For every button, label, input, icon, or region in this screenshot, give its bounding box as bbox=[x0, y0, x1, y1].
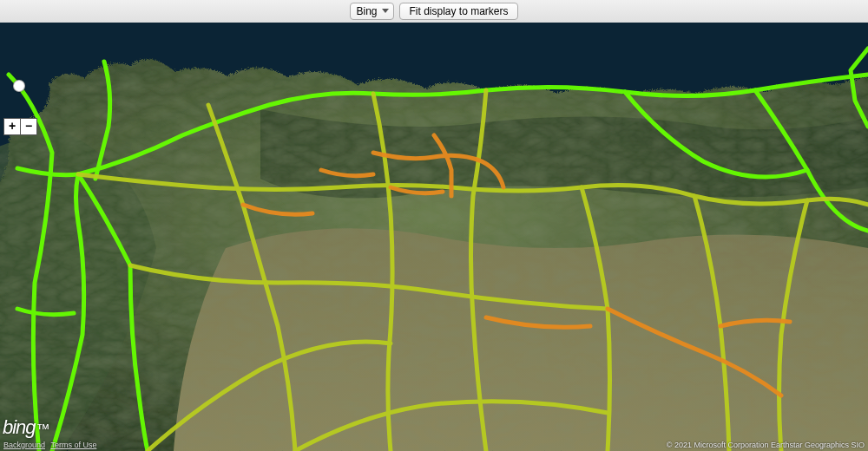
fit-display-button[interactable]: Fit display to markers bbox=[399, 3, 517, 20]
location-marker[interactable] bbox=[13, 80, 25, 92]
footer-links: Background Terms of Use bbox=[3, 441, 100, 449]
zoom-in-button[interactable]: + bbox=[3, 118, 20, 135]
satellite-basemap bbox=[0, 23, 868, 451]
zoom-control: + − bbox=[3, 118, 37, 135]
background-link[interactable]: Background bbox=[3, 441, 45, 449]
bing-logo: bing™ bbox=[3, 416, 49, 439]
terms-link[interactable]: Terms of Use bbox=[50, 441, 96, 449]
toolbar: Bing Fit display to markers bbox=[0, 0, 868, 23]
basemap-provider-select[interactable]: Bing bbox=[350, 3, 394, 20]
zoom-out-button[interactable]: − bbox=[20, 118, 37, 135]
map-viewport[interactable]: + − bing™ Background Terms of Use © 2021… bbox=[0, 23, 868, 451]
copyright-text: © 2021 Microsoft Corporation Earthstar G… bbox=[667, 441, 865, 449]
